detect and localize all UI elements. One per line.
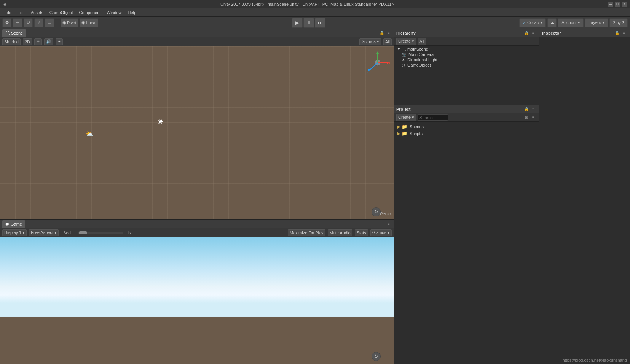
tool-rotate[interactable]: ↺ bbox=[24, 18, 33, 27]
sun-glyph: ☀ bbox=[157, 118, 163, 126]
gameobject-label: GameObject bbox=[407, 63, 431, 67]
close-button[interactable]: ✕ bbox=[622, 2, 627, 7]
menu-edit[interactable]: Edit bbox=[14, 8, 28, 17]
inspector-menu-button[interactable]: ≡ bbox=[621, 30, 627, 36]
window-controls: — □ ✕ bbox=[608, 2, 627, 7]
scene-lock-button[interactable]: 🔒 bbox=[379, 30, 385, 36]
stats-button[interactable]: Stats bbox=[355, 229, 368, 236]
2d-button[interactable]: 2D bbox=[23, 38, 32, 45]
game-ground bbox=[0, 317, 394, 364]
tool-rect[interactable]: ▭ bbox=[45, 18, 54, 27]
menu-window[interactable]: Window bbox=[104, 8, 124, 17]
collab-check-icon: ✓ bbox=[523, 21, 526, 25]
scene-reload-button[interactable]: ↻ bbox=[372, 207, 381, 216]
right-container: Hierarchy 🔒 ≡ Create ▾ All ▼ ⛶ mainScen bbox=[394, 29, 630, 364]
account-button[interactable]: Account ▾ bbox=[558, 18, 584, 27]
pivot-button[interactable]: ◉ Pivot bbox=[61, 18, 78, 27]
mute-audio-button[interactable]: Mute Audio bbox=[328, 229, 352, 236]
scene-grid bbox=[0, 46, 394, 219]
main-toolbar: ✥ ✛ ↺ ⤢ ▭ ◉ Pivot ◉ Local ▶ ⏸ ⏭ ✓ Collab… bbox=[0, 17, 630, 29]
project-content: ▶ 📁 Scenes ▶ 📁 Scripts bbox=[394, 122, 539, 364]
scale-handle[interactable] bbox=[79, 231, 87, 234]
collab-label: Collab ▾ bbox=[527, 20, 542, 25]
project-lock-button[interactable]: 🔒 bbox=[523, 106, 530, 112]
hierarchy-scene-root-label: mainScene* bbox=[407, 47, 430, 51]
minimize-button[interactable]: — bbox=[608, 2, 613, 7]
step-button[interactable]: ⏭ bbox=[315, 18, 325, 28]
scene-view: ✦ ☀ ⛅ Y bbox=[0, 46, 394, 219]
main-layout: ⛶ Scene 🔒 ≡ Shaded 2D ☀ 🔊 ✦ Gizmos ▾ All… bbox=[0, 29, 630, 364]
game-toolbar: Display 1 ▾ Free Aspect ▾ Scale 1x Maxim… bbox=[0, 228, 394, 237]
game-reload-button[interactable]: ↻ bbox=[372, 352, 381, 361]
cloud-button[interactable]: ☁ bbox=[547, 18, 557, 27]
hierarchy-item-main-camera[interactable]: 📷 Main Camera bbox=[394, 52, 539, 57]
game-view: ↻ bbox=[0, 237, 394, 364]
hierarchy-item-gameobject[interactable]: ⬡ GameObject bbox=[394, 62, 539, 68]
all-button[interactable]: All bbox=[383, 38, 392, 45]
menu-gameobject[interactable]: GameObject bbox=[46, 8, 76, 17]
local-button[interactable]: ◉ Local bbox=[80, 18, 98, 27]
project-menu-button[interactable]: ≡ bbox=[530, 106, 536, 112]
main-camera-label: Main Camera bbox=[408, 52, 434, 57]
hierarchy-toolbar: Hierarchy 🔒 ≡ bbox=[394, 29, 539, 37]
project-panel: Project 🔒 ≡ Create ▾ ⊞ ≡ ▶ bbox=[394, 105, 539, 364]
scene-light-button[interactable]: ☀ bbox=[34, 38, 42, 45]
gizmos-button[interactable]: Gizmos ▾ bbox=[359, 38, 381, 45]
project-item-scripts[interactable]: ▶ 📁 Scripts bbox=[394, 130, 539, 137]
hierarchy-lock-button[interactable]: 🔒 bbox=[523, 30, 530, 36]
collab-button[interactable]: ✓ Collab ▾ bbox=[519, 18, 546, 27]
scene-menu-button[interactable]: ≡ bbox=[386, 30, 392, 36]
maximize-on-play-button[interactable]: Maximize On Play bbox=[288, 229, 325, 236]
layers-button[interactable]: Layers ▾ bbox=[585, 18, 608, 27]
hierarchy-scene-root[interactable]: ▼ ⛶ mainScene* bbox=[394, 46, 539, 52]
menu-component[interactable]: Component bbox=[76, 8, 104, 17]
display-button[interactable]: Display 1 ▾ bbox=[2, 229, 27, 236]
project-list-button[interactable]: ≡ bbox=[530, 114, 536, 121]
project-expand-button[interactable]: ⊞ bbox=[523, 114, 530, 121]
tool-scale[interactable]: ⤢ bbox=[34, 18, 43, 27]
hierarchy-all-button[interactable]: All bbox=[418, 38, 426, 45]
project-search-input[interactable] bbox=[418, 114, 448, 121]
inspector-lock-button[interactable]: 🔒 bbox=[614, 30, 620, 36]
project-tab-label: Project bbox=[396, 107, 410, 111]
pivot-icon: ◉ bbox=[62, 20, 66, 25]
hierarchy-panel-controls: 🔒 ≡ bbox=[523, 30, 536, 36]
project-item-scenes[interactable]: ▶ 📁 Scenes bbox=[394, 123, 539, 130]
aspect-button[interactable]: Free Aspect ▾ bbox=[29, 229, 59, 236]
hierarchy-create-button[interactable]: Create ▾ bbox=[396, 38, 416, 45]
game-menu-button[interactable]: ≡ bbox=[386, 221, 392, 227]
local-icon: ◉ bbox=[81, 20, 85, 25]
scale-value: 1x bbox=[127, 230, 132, 235]
menu-assets[interactable]: Assets bbox=[28, 8, 46, 17]
tab-game[interactable]: ◉ Game bbox=[2, 220, 25, 228]
scene-fx-button[interactable]: ✦ bbox=[56, 38, 63, 45]
game-icon: ◉ bbox=[5, 221, 9, 226]
scale-slider[interactable] bbox=[78, 232, 123, 234]
scene-audio-button[interactable]: 🔊 bbox=[44, 38, 53, 45]
tool-move[interactable]: ✛ bbox=[13, 18, 22, 27]
local-label: Local bbox=[86, 21, 96, 25]
hierarchy-project-col: Hierarchy 🔒 ≡ Create ▾ All ▼ ⛶ mainScen bbox=[394, 29, 539, 364]
project-create-button[interactable]: Create ▾ bbox=[396, 114, 416, 121]
project-panel-controls: 🔒 ≡ bbox=[523, 106, 536, 112]
play-controls: ▶ ⏸ ⏭ bbox=[100, 18, 518, 28]
layout-button[interactable]: 2 by 3 bbox=[609, 18, 628, 27]
menu-help[interactable]: Help bbox=[124, 8, 139, 17]
game-gizmos-button[interactable]: Gizmos ▾ bbox=[370, 229, 392, 236]
maximize-button[interactable]: □ bbox=[615, 2, 620, 7]
tool-hand[interactable]: ✥ bbox=[2, 18, 11, 27]
inspector-header: Inspector 🔒 ≡ bbox=[539, 29, 630, 37]
pause-button[interactable]: ⏸ bbox=[303, 18, 314, 28]
play-button[interactable]: ▶ bbox=[292, 18, 303, 28]
toolbar-right: ✓ Collab ▾ ☁ Account ▾ Layers ▾ 2 by 3 bbox=[519, 18, 628, 27]
hierarchy-menu-button[interactable]: ≡ bbox=[530, 30, 536, 36]
scene-gizmo: Y X Z bbox=[364, 49, 391, 76]
account-label: Account ▾ bbox=[561, 20, 580, 25]
shaded-button[interactable]: Shaded bbox=[2, 38, 21, 45]
hierarchy-tab-label: Hierarchy bbox=[396, 31, 416, 35]
tab-scene[interactable]: ⛶ Scene bbox=[2, 29, 26, 37]
menu-file[interactable]: File bbox=[2, 8, 14, 17]
hierarchy-content: ▼ ⛶ mainScene* 📷 Main Camera ☀ Direction… bbox=[394, 46, 539, 105]
hierarchy-item-directional-light[interactable]: ☀ Directional Light bbox=[394, 57, 539, 62]
cloud-icon: ⛅ bbox=[86, 130, 93, 137]
